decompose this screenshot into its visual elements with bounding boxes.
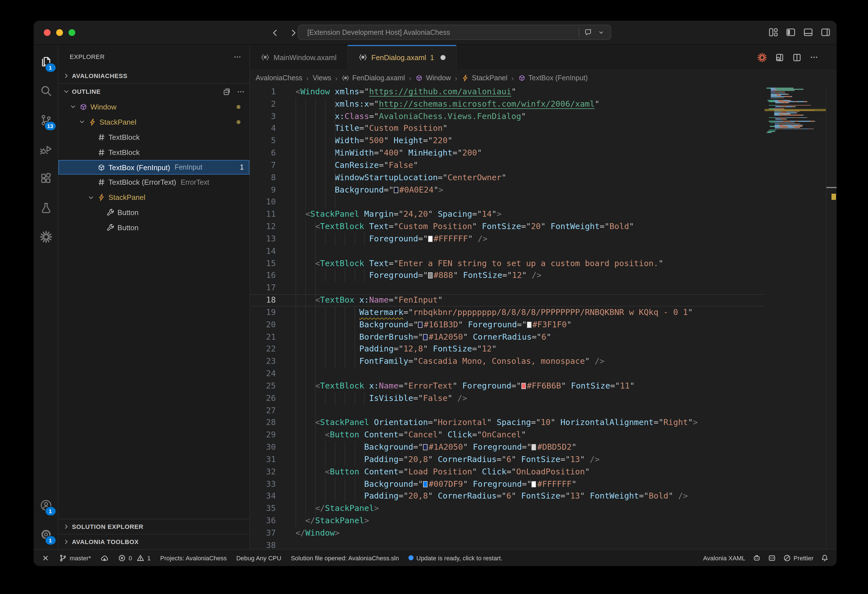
collapse-all-icon[interactable] (223, 87, 231, 96)
code-line[interactable]: 20Background="#161B3D" Foreground="#F3F1… (250, 318, 765, 331)
chevron-down-icon[interactable] (87, 194, 96, 201)
toggle-secondary-sidebar-icon[interactable] (820, 27, 831, 38)
breadcrumb-item-textbox-feninput-[interactable]: TextBox (FenInput) (518, 74, 588, 82)
back-arrow-icon[interactable] (270, 28, 280, 38)
activity-bar-item-extensions[interactable] (34, 164, 58, 193)
breadcrumb-item-fendialog-axaml[interactable]: FenDialog.axaml (342, 74, 405, 82)
code-line[interactable]: 11<StackPanel Margin="24,20" Spacing="14… (250, 209, 765, 221)
code-line[interactable]: 5Width="500" Height="220" (250, 135, 765, 147)
section-solution-explorer[interactable]: SOLUTION EXPLORER (58, 519, 249, 534)
code-line[interactable]: 18<TextBox x:Name="FenInput" (250, 294, 765, 307)
outline-item-textbox-feninput-[interactable]: TextBox (FenInput)FenInput1 (58, 160, 249, 175)
status-item-publish-changes[interactable] (100, 554, 108, 562)
code-line[interactable]: 23FontFamily="Cascadia Mono, Consolas, m… (250, 355, 765, 368)
chevron-down-icon[interactable] (69, 103, 78, 110)
more-actions-icon[interactable] (810, 53, 819, 62)
code-line[interactable]: 9Background="#0A0E24"> (250, 184, 765, 196)
code-line[interactable]: 7CanResize="False" (250, 159, 765, 172)
code-line[interactable]: 26IsVisible="False" /> (250, 392, 765, 404)
chevron-down-icon[interactable] (78, 119, 87, 125)
status-item-solution-status[interactable]: Solution file opened: AvaloniaChess.sln (291, 554, 399, 561)
code-line[interactable]: 1<Window xmlns="https://github.com/avalo… (250, 86, 765, 98)
outline-item-window[interactable]: Window (58, 99, 249, 115)
status-item-prettier[interactable]: Prettier (783, 554, 813, 562)
activity-bar-item-avalonia[interactable] (34, 222, 58, 252)
close-window-button[interactable] (44, 29, 50, 36)
code-line[interactable]: 32<Button Content="Load Position" Click=… (250, 466, 765, 478)
code-line[interactable]: 21BorderBrush="#1A2050" CornerRadius="6" (250, 331, 765, 343)
outline-item-button[interactable]: Button (58, 205, 249, 220)
outline-item-button[interactable]: Button (58, 220, 249, 235)
code-line[interactable]: 33Background="#007DF9" Foreground="#FFFF… (250, 478, 765, 491)
minimize-window-button[interactable] (56, 29, 63, 36)
code-line[interactable]: 37</Window> (250, 527, 765, 539)
code-line[interactable]: 29<Button Content="Cancel" Click="OnCanc… (250, 429, 765, 441)
activity-bar-item-settings[interactable]: 1 (34, 520, 58, 549)
code-line[interactable]: 6MinWidth="400" MinHeight="200" (250, 147, 765, 159)
tab-fendialog-axaml[interactable]: FenDialog.axaml1 (348, 45, 457, 70)
code-line[interactable]: 38 (250, 539, 765, 549)
status-item-remote-indicator[interactable] (41, 554, 49, 562)
activity-bar-item-run-and-debug[interactable] (34, 135, 58, 164)
code-line[interactable]: 25<TextBlock x:Name="ErrorText" Foregrou… (250, 380, 765, 392)
code-line[interactable]: 24 (250, 368, 765, 380)
code-line[interactable]: 16Foreground="#888" FontSize="12" /> (250, 270, 765, 282)
avalonia-preview-icon[interactable] (757, 53, 767, 62)
code-editor[interactable]: 1<Window xmlns="https://github.com/avalo… (250, 86, 837, 549)
section-avaloniachess[interactable]: AVALONIACHESS (58, 68, 249, 83)
breadcrumb-item-window[interactable]: Window (415, 74, 451, 82)
code-line[interactable]: 34Padding="20,8" CornerRadius="6" FontSi… (250, 491, 765, 503)
breadcrumb-item-avaloniachess[interactable]: AvaloniaChess (255, 74, 302, 82)
status-item-build-configuration[interactable]: Debug Any CPU (236, 554, 281, 561)
status-item-language-mode[interactable]: Avalonia XAML (703, 554, 745, 561)
code-line[interactable]: 12<TextBlock Text="Custom Position" Font… (250, 221, 765, 233)
activity-bar-item-search[interactable] (34, 77, 58, 106)
toggle-primary-sidebar-icon[interactable] (785, 27, 796, 38)
section-avalonia-toolbox[interactable]: AVALONIA TOOLBOX (58, 535, 249, 549)
overview-ruler[interactable] (826, 86, 837, 549)
code-line[interactable]: 4Title="Custom Position" (250, 123, 765, 135)
code-line[interactable]: 22Padding="12,8" FontSize="12" (250, 343, 765, 356)
code-line[interactable]: 27 (250, 404, 765, 417)
status-item-notifications[interactable] (821, 554, 829, 562)
explorer-more-actions-icon[interactable] (233, 53, 242, 61)
status-item-problems-errors[interactable]: 0 (118, 554, 132, 562)
code-line[interactable]: 31Padding="20,8" CornerRadius="6" FontSi… (250, 454, 765, 466)
code-line[interactable]: 3x:Class="AvaloniaChess.Views.FenDialog" (250, 110, 765, 123)
section-outline[interactable]: OUTLINE (58, 84, 249, 99)
code-line[interactable]: 36</StackPanel> (250, 515, 765, 527)
breadcrumb-item-views[interactable]: Views (313, 74, 331, 82)
activity-bar-item-testing[interactable] (34, 193, 58, 222)
activity-bar-item-accounts[interactable]: 1 (34, 491, 58, 520)
toggle-panel-icon[interactable] (803, 27, 813, 38)
status-item-git-branch[interactable]: master* (59, 554, 91, 562)
forward-arrow-icon[interactable] (288, 28, 298, 38)
maximize-window-button[interactable] (69, 29, 75, 36)
activity-bar-item-source-control[interactable]: 13 (34, 106, 58, 135)
outline-item-stackpanel[interactable]: StackPanel (58, 190, 249, 205)
code-line[interactable]: 15<TextBlock Text="Enter a FEN string to… (250, 257, 765, 270)
outline-item-stackpanel[interactable]: StackPanel (58, 115, 249, 130)
code-line[interactable]: 13Foreground="#FFFFFF" /> (250, 233, 765, 245)
copilot-chat-icon[interactable] (584, 28, 593, 37)
outline-item-textblock-errortext-[interactable]: TextBlock (ErrorText)ErrorText (58, 175, 249, 190)
code-line[interactable]: 28<StackPanel Orientation="Horizontal" S… (250, 417, 765, 429)
activity-bar-item-explorer[interactable]: 1 (34, 47, 58, 77)
tab-mainwindow-axaml[interactable]: MainWindow.axaml (250, 45, 348, 69)
split-editor-icon[interactable] (792, 53, 802, 62)
outline-item-textblock[interactable]: TextBlock (58, 144, 249, 160)
chevron-down-icon[interactable] (597, 28, 605, 36)
code-line[interactable]: 35</StackPanel> (250, 503, 765, 515)
status-item-copilot[interactable] (753, 554, 760, 562)
outline-more-actions-icon[interactable] (236, 87, 245, 96)
outline-item-textblock[interactable]: TextBlock (58, 130, 249, 145)
code-line[interactable]: 8WindowStartupLocation="CenterOwner" (250, 172, 765, 184)
code-line[interactable]: 17 (250, 282, 765, 295)
code-line[interactable]: 30Background="#1A2050" Foreground="#DBD5… (250, 441, 765, 454)
code-line[interactable]: 19Watermark="rnbqkbnr/pppppppp/8/8/8/8/P… (250, 307, 765, 319)
status-item-csharp-status[interactable]: C# (768, 554, 776, 562)
code-line[interactable]: 2xmlns:x="http://schemas.microsoft.com/w… (250, 98, 765, 111)
open-preview-icon[interactable] (775, 53, 784, 62)
code-line[interactable]: 14 (250, 245, 765, 258)
status-item-update-ready[interactable]: Update is ready, click to restart. (409, 554, 503, 561)
